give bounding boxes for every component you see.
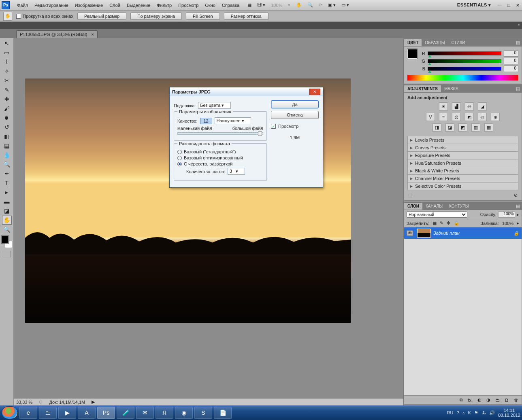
selective-color-icon[interactable]: ▦ [484,123,493,132]
adjust-trash-icon[interactable]: ⊘ [514,193,518,198]
matte-select[interactable]: Без цвета ▾ [198,102,231,109]
taskbar-app-icon[interactable]: 📄 [214,407,232,419]
panel-menu-icon[interactable]: ▤ [516,40,520,45]
gradient-map-icon[interactable]: ▥ [471,123,480,132]
type-tool[interactable]: T [2,178,12,187]
menu-edit[interactable]: Редактирование [31,3,72,8]
tray-up-icon[interactable]: ▵ [462,410,465,416]
exposure-icon[interactable]: ◢ [478,102,487,110]
r-slider[interactable] [428,51,501,55]
panel-menu-icon[interactable]: ▤ [516,86,520,91]
format-baseline-radio[interactable]: Базовый ("стандартный") [177,149,263,154]
close-icon[interactable]: ✕ [515,2,520,8]
eraser-tool[interactable]: ◧ [2,132,12,141]
taskbar-app-icon[interactable]: 🧪 [117,407,134,419]
hue-icon[interactable]: ≡ [439,113,448,121]
color-preview[interactable] [407,49,417,59]
layer-row[interactable]: 👁 Задний план 🔒 [404,227,522,239]
gradient-tool[interactable]: ▤ [2,141,12,150]
quick-mask-icon[interactable] [3,251,11,257]
shape-tool[interactable]: ▬ [2,197,12,206]
balance-icon[interactable]: ⚖ [452,113,461,121]
print-size-button[interactable]: Размер оттиска [224,13,268,20]
tab-styles[interactable]: СТИЛИ [448,39,469,46]
status-doc-size[interactable]: Док: 14,1M/14,1M [49,400,85,405]
tray-flag-icon[interactable]: ⚑ [474,410,478,416]
brush-tool[interactable]: 🖌 [2,104,12,113]
g-slider[interactable] [428,59,501,63]
quality-preset-select[interactable]: Наилучшее ▾ [215,117,251,124]
link-layers-icon[interactable]: ⧉ [460,397,463,403]
lock-pixels-icon[interactable]: ▦ [433,221,437,226]
menu-image[interactable]: Изображение [72,3,106,8]
bw-icon[interactable]: ◩ [465,113,474,121]
tray-help-icon[interactable]: ? [456,410,459,415]
threshold-icon[interactable]: ◩ [458,123,467,132]
format-optimized-radio[interactable]: Базовый оптимизированный [177,155,263,160]
taskbar-skype-icon[interactable]: S [194,407,212,419]
close-tab-icon[interactable]: × [91,32,94,37]
menu-layer[interactable]: Слой [106,3,124,8]
ok-button[interactable]: Да [271,100,319,108]
pen-tool[interactable]: ✒ [2,169,12,178]
b-slider[interactable] [428,67,501,71]
curves-icon[interactable]: ⦵ [465,102,474,110]
dodge-tool[interactable]: 🔍 [2,160,12,169]
fit-screen-button[interactable]: По размеру экрана [130,13,182,20]
dialog-close-button[interactable]: ✕ [309,89,320,95]
3d-tool[interactable]: ◪ [2,206,12,215]
menu-view[interactable]: Просмотр [175,3,202,8]
move-tool[interactable]: ↖ [2,39,12,48]
wand-tool[interactable]: ✧ [2,67,12,76]
tab-channels[interactable]: КАНАЛЫ [422,203,446,210]
tab-swatches[interactable]: ОБРАЗЦЫ [422,39,448,46]
spectrum-bar[interactable] [407,75,518,81]
arrange-icon[interactable]: ▣ ▾ [328,2,336,8]
quality-slider[interactable] [177,132,263,135]
tab-layers[interactable]: СЛОИ [404,203,422,210]
preset-exposure[interactable]: ▶Exposure Presets [407,152,518,159]
photo-filter-icon[interactable]: ◎ [478,113,487,121]
restore-icon[interactable]: □ [506,2,511,8]
zoom-icon[interactable]: 🔍 [307,2,313,8]
lock-move-icon[interactable]: ✥ [447,221,450,226]
taskbar-photoshop-icon[interactable]: Ps [97,407,115,419]
invert-icon[interactable]: ◨ [433,123,441,132]
lock-brush-icon[interactable]: ✎ [440,221,443,226]
tab-color[interactable]: ЦВЕТ [404,39,422,46]
r-value[interactable]: 0 [504,50,518,57]
cancel-button[interactable]: Отмена [271,111,319,119]
fill-screen-button[interactable]: Fill Screen [186,13,220,20]
current-tool-icon[interactable]: ✋ [3,12,12,21]
hand-icon[interactable]: ✋ [296,2,302,8]
quality-field[interactable]: 12 [200,118,212,124]
status-arrow-icon[interactable]: ▶ [92,399,95,405]
fill-field[interactable]: 100% [502,221,513,226]
blur-tool[interactable]: 💧 [2,151,12,159]
foreground-swatch[interactable] [2,236,9,243]
channel-mixer-icon[interactable]: ⊕ [491,113,500,121]
screen-mode-icon[interactable]: ▭ ▾ [341,2,349,8]
taskbar-media-icon[interactable]: ▶ [58,407,76,419]
zoom-level[interactable]: 100% [271,3,282,8]
status-zoom[interactable]: 33,33 % [16,400,32,405]
actual-pixels-button[interactable]: Реальный размер [77,13,126,20]
film-icon[interactable]: 🎞 ▾ [257,2,265,8]
menu-file[interactable]: Файл [14,3,31,8]
group-icon[interactable]: 🗀 [495,398,500,403]
preset-mixer[interactable]: ▶Channel Mixer Presets [407,175,518,182]
language-indicator[interactable]: RU [447,410,454,415]
taskbar-explorer-icon[interactable]: 🗀 [39,407,57,419]
levels-icon[interactable]: ▟ [452,102,461,110]
g-value[interactable]: 0 [504,58,518,64]
tray-volume-icon[interactable]: 🔊 [489,410,495,416]
adj-layer-icon[interactable]: ◑ [486,397,490,403]
taskbar-app-icon[interactable]: A [78,407,96,419]
start-button[interactable] [2,406,18,419]
preset-levels[interactable]: ▶Levels Presets [407,136,518,144]
taskbar-chrome-icon[interactable]: ◉ [175,407,193,419]
preset-selective[interactable]: ▶Selective Color Presets [407,182,518,190]
launch-bridge-icon[interactable]: ▦ [247,2,251,8]
menu-help[interactable]: Справка [219,3,243,8]
posterize-icon[interactable]: ◪ [445,123,454,132]
